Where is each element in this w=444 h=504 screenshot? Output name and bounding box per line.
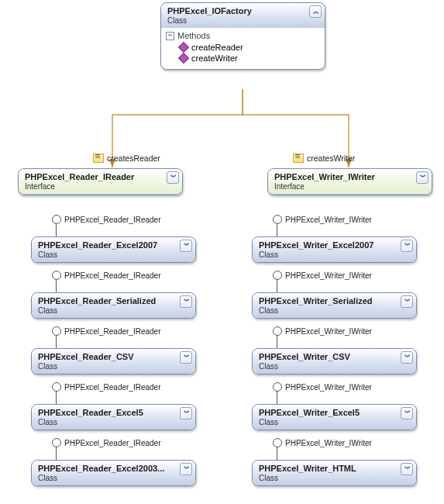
class-reader-4[interactable]: PHPExcel_Reader_Excel2003... Class ︾: [31, 460, 196, 486]
interface-title: PHPExcel_Reader_IReader: [25, 172, 176, 181]
expand-toggle[interactable]: ︾: [180, 463, 192, 475]
class-stereotype: Class: [259, 250, 410, 259]
interface-stereotype: Interface: [25, 182, 176, 191]
expand-toggle[interactable]: ︾: [180, 407, 192, 419]
class-title: PHPExcel_IOFactory: [167, 6, 318, 16]
lollipop-icon: [273, 438, 282, 447]
class-title: PHPExcel_Reader_Excel2007: [38, 240, 189, 250]
class-title: PHPExcel_Writer_HTML: [259, 464, 410, 473]
class-stereotype: Class: [38, 250, 189, 259]
implements-label: PHPExcel_Reader_IReader: [64, 439, 161, 447]
chevron-up-icon: ︽: [313, 9, 318, 14]
class-phpexcel-iofactory[interactable]: PHPExcel_IOFactory Class ︽ − Methods cre…: [160, 2, 325, 70]
class-stereotype: Class: [38, 306, 189, 315]
class-reader-0[interactable]: PHPExcel_Reader_Excel2007 Class ︾: [31, 236, 196, 263]
class-writer-2[interactable]: PHPExcel_Writer_CSV Class ︾: [252, 348, 417, 375]
implements-label: PHPExcel_Writer_IWriter: [285, 383, 372, 392]
chevron-down-icon: ︾: [404, 355, 410, 360]
lollipop-stem: [56, 447, 57, 460]
class-writer-3[interactable]: PHPExcel_Writer_Excel5 Class ︾: [252, 404, 417, 430]
chevron-down-icon: ︾: [420, 175, 425, 180]
lollipop-stem: [277, 279, 277, 292]
lollipop-stem: [277, 223, 277, 236]
chevron-down-icon: ︾: [184, 243, 189, 248]
expand-toggle[interactable]: ︾: [180, 295, 192, 308]
lollipop-stem: [277, 391, 277, 404]
class-title: PHPExcel_Writer_Excel5: [259, 408, 410, 417]
implements-label: PHPExcel_Writer_IWriter: [285, 439, 372, 447]
relationship-icon: [93, 152, 104, 163]
implements-label: PHPExcel_Writer_IWriter: [285, 271, 372, 280]
expand-toggle[interactable]: ︾: [180, 240, 192, 252]
lollipop-stem: [56, 279, 57, 292]
class-stereotype: Class: [259, 362, 410, 371]
implements-label: PHPExcel_Reader_IReader: [64, 216, 161, 224]
expand-toggle[interactable]: ︾: [401, 407, 413, 419]
class-title: PHPExcel_Reader_CSV: [38, 352, 189, 361]
method-name: createReader: [191, 43, 243, 52]
methods-section[interactable]: − Methods: [166, 31, 320, 40]
method-createwriter[interactable]: createWriter: [166, 54, 320, 63]
relationship-icon: [293, 152, 304, 163]
lollipop-icon: [273, 382, 282, 392]
class-reader-3[interactable]: PHPExcel_Reader_Excel5 Class ︾: [31, 404, 196, 430]
lollipop-stem: [277, 447, 277, 460]
chevron-down-icon: ︾: [404, 411, 410, 416]
lollipop-stem: [56, 391, 57, 404]
implements-label: PHPExcel_Reader_IReader: [64, 383, 161, 392]
class-reader-1[interactable]: PHPExcel_Reader_Serialized Class ︾: [31, 292, 196, 319]
implements-label: PHPExcel_Reader_IReader: [64, 327, 161, 336]
lollipop-icon: [52, 215, 61, 224]
lollipop-icon: [52, 326, 61, 336]
relationship-label-createswriter: createsWriter: [307, 154, 355, 163]
class-writer-0[interactable]: PHPExcel_Writer_Excel2007 Class ︾: [252, 236, 417, 263]
class-title: PHPExcel_Writer_CSV: [259, 352, 410, 361]
implements-label: PHPExcel_Reader_IReader: [64, 271, 161, 280]
class-title: PHPExcel_Reader_Serialized: [38, 296, 189, 306]
lollipop-icon: [273, 215, 282, 224]
chevron-down-icon: ︾: [184, 355, 189, 360]
implements-label: PHPExcel_Writer_IWriter: [285, 327, 372, 336]
class-title: PHPExcel_Reader_Excel5: [38, 408, 189, 417]
class-stereotype: Class: [259, 474, 410, 482]
interface-phpexcel-reader-ireader[interactable]: PHPExcel_Reader_IReader Interface ︾: [18, 168, 183, 195]
lollipop-icon: [52, 271, 61, 280]
class-writer-1[interactable]: PHPExcel_Writer_Serialized Class ︾: [252, 292, 417, 319]
class-stereotype: Class: [259, 306, 410, 315]
chevron-down-icon: ︾: [184, 411, 189, 416]
method-icon: [178, 53, 189, 64]
class-stereotype: Class: [259, 418, 410, 426]
lollipop-stem: [277, 335, 277, 348]
interface-stereotype: Interface: [274, 182, 425, 191]
expand-toggle[interactable]: ︾: [401, 295, 413, 308]
class-stereotype: Class: [38, 418, 189, 426]
class-title: PHPExcel_Writer_Excel2007: [259, 240, 410, 250]
method-icon: [178, 42, 189, 53]
chevron-down-icon: ︾: [404, 467, 410, 471]
chevron-down-icon: ︾: [404, 299, 410, 304]
expand-toggle[interactable]: ︾: [401, 351, 413, 364]
expand-toggle[interactable]: ︾: [167, 171, 179, 184]
lollipop-icon: [273, 271, 282, 280]
lollipop-icon: [52, 382, 61, 392]
interface-title: PHPExcel_Writer_IWriter: [274, 172, 425, 181]
expand-toggle[interactable]: ︾: [401, 463, 413, 475]
chevron-down-icon: ︾: [184, 467, 189, 471]
method-name: createWriter: [191, 54, 238, 63]
expand-toggle[interactable]: ︾: [180, 351, 192, 364]
relationship-label-createsreader: createsReader: [107, 154, 160, 163]
class-stereotype: Class: [38, 362, 189, 371]
chevron-down-icon: ︾: [170, 175, 176, 180]
chevron-down-icon: ︾: [404, 243, 410, 248]
expand-toggle[interactable]: ︾: [401, 240, 413, 252]
class-writer-4[interactable]: PHPExcel_Writer_HTML Class ︾: [252, 460, 417, 486]
chevron-down-icon: ︾: [184, 299, 189, 304]
lollipop-icon: [52, 438, 61, 447]
method-createreader[interactable]: createReader: [166, 43, 320, 52]
collapse-toggle[interactable]: ︽: [309, 5, 322, 18]
class-stereotype: Class: [167, 16, 318, 25]
class-reader-2[interactable]: PHPExcel_Reader_CSV Class ︾: [31, 348, 196, 375]
interface-phpexcel-writer-iwriter[interactable]: PHPExcel_Writer_IWriter Interface ︾: [267, 168, 432, 195]
class-title: PHPExcel_Writer_Serialized: [259, 296, 410, 306]
expand-toggle[interactable]: ︾: [416, 171, 429, 184]
